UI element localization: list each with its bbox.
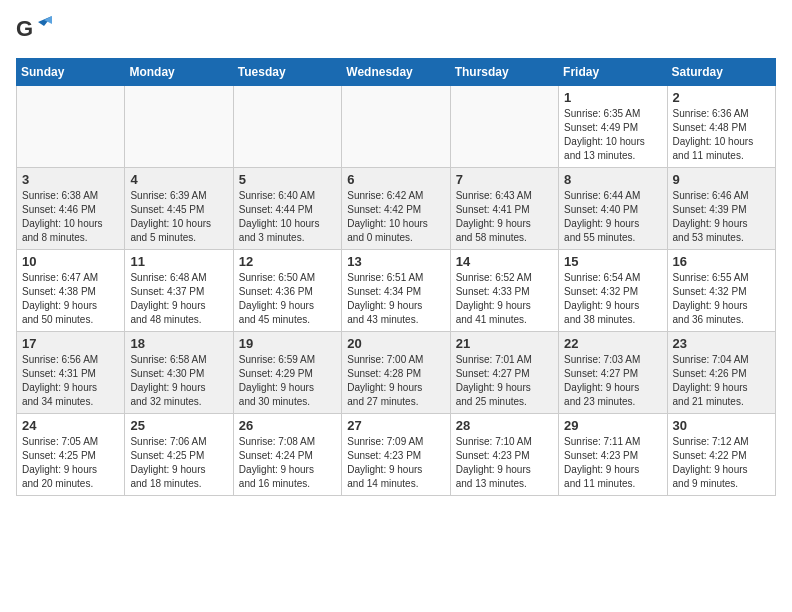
day-number: 27 [347, 418, 444, 433]
day-info: Sunrise: 6:54 AM Sunset: 4:32 PM Dayligh… [564, 271, 661, 327]
day-info: Sunrise: 6:58 AM Sunset: 4:30 PM Dayligh… [130, 353, 227, 409]
day-info: Sunrise: 6:35 AM Sunset: 4:49 PM Dayligh… [564, 107, 661, 163]
day-number: 14 [456, 254, 553, 269]
day-info: Sunrise: 7:06 AM Sunset: 4:25 PM Dayligh… [130, 435, 227, 491]
calendar-day [342, 86, 450, 168]
day-info: Sunrise: 6:44 AM Sunset: 4:40 PM Dayligh… [564, 189, 661, 245]
day-number: 17 [22, 336, 119, 351]
day-number: 24 [22, 418, 119, 433]
day-number: 4 [130, 172, 227, 187]
day-info: Sunrise: 6:52 AM Sunset: 4:33 PM Dayligh… [456, 271, 553, 327]
calendar-day [450, 86, 558, 168]
col-header-saturday: Saturday [667, 59, 775, 86]
day-number: 20 [347, 336, 444, 351]
calendar-week-2: 3Sunrise: 6:38 AM Sunset: 4:46 PM Daylig… [17, 168, 776, 250]
day-number: 25 [130, 418, 227, 433]
logo: G [16, 16, 56, 46]
calendar-day: 4Sunrise: 6:39 AM Sunset: 4:45 PM Daylig… [125, 168, 233, 250]
calendar-day: 14Sunrise: 6:52 AM Sunset: 4:33 PM Dayli… [450, 250, 558, 332]
day-info: Sunrise: 7:12 AM Sunset: 4:22 PM Dayligh… [673, 435, 770, 491]
logo-icon: G [16, 16, 52, 46]
day-info: Sunrise: 7:11 AM Sunset: 4:23 PM Dayligh… [564, 435, 661, 491]
calendar-week-3: 10Sunrise: 6:47 AM Sunset: 4:38 PM Dayli… [17, 250, 776, 332]
day-info: Sunrise: 7:01 AM Sunset: 4:27 PM Dayligh… [456, 353, 553, 409]
calendar-day: 20Sunrise: 7:00 AM Sunset: 4:28 PM Dayli… [342, 332, 450, 414]
calendar-day: 23Sunrise: 7:04 AM Sunset: 4:26 PM Dayli… [667, 332, 775, 414]
day-info: Sunrise: 6:50 AM Sunset: 4:36 PM Dayligh… [239, 271, 336, 327]
day-number: 15 [564, 254, 661, 269]
calendar-day: 16Sunrise: 6:55 AM Sunset: 4:32 PM Dayli… [667, 250, 775, 332]
day-number: 30 [673, 418, 770, 433]
calendar-day: 19Sunrise: 6:59 AM Sunset: 4:29 PM Dayli… [233, 332, 341, 414]
calendar-day [17, 86, 125, 168]
day-info: Sunrise: 6:38 AM Sunset: 4:46 PM Dayligh… [22, 189, 119, 245]
day-info: Sunrise: 7:09 AM Sunset: 4:23 PM Dayligh… [347, 435, 444, 491]
calendar-day [233, 86, 341, 168]
calendar-day: 21Sunrise: 7:01 AM Sunset: 4:27 PM Dayli… [450, 332, 558, 414]
calendar-day: 11Sunrise: 6:48 AM Sunset: 4:37 PM Dayli… [125, 250, 233, 332]
calendar-day: 15Sunrise: 6:54 AM Sunset: 4:32 PM Dayli… [559, 250, 667, 332]
calendar-day: 28Sunrise: 7:10 AM Sunset: 4:23 PM Dayli… [450, 414, 558, 496]
day-number: 13 [347, 254, 444, 269]
calendar-day: 9Sunrise: 6:46 AM Sunset: 4:39 PM Daylig… [667, 168, 775, 250]
day-info: Sunrise: 6:40 AM Sunset: 4:44 PM Dayligh… [239, 189, 336, 245]
day-number: 8 [564, 172, 661, 187]
calendar-day: 22Sunrise: 7:03 AM Sunset: 4:27 PM Dayli… [559, 332, 667, 414]
calendar-header-row: SundayMondayTuesdayWednesdayThursdayFrid… [17, 59, 776, 86]
day-info: Sunrise: 6:51 AM Sunset: 4:34 PM Dayligh… [347, 271, 444, 327]
calendar-day: 29Sunrise: 7:11 AM Sunset: 4:23 PM Dayli… [559, 414, 667, 496]
calendar-day: 27Sunrise: 7:09 AM Sunset: 4:23 PM Dayli… [342, 414, 450, 496]
day-info: Sunrise: 7:05 AM Sunset: 4:25 PM Dayligh… [22, 435, 119, 491]
day-number: 12 [239, 254, 336, 269]
day-info: Sunrise: 6:48 AM Sunset: 4:37 PM Dayligh… [130, 271, 227, 327]
page-header: G [16, 16, 776, 46]
day-number: 7 [456, 172, 553, 187]
calendar-day: 8Sunrise: 6:44 AM Sunset: 4:40 PM Daylig… [559, 168, 667, 250]
col-header-tuesday: Tuesday [233, 59, 341, 86]
calendar-week-4: 17Sunrise: 6:56 AM Sunset: 4:31 PM Dayli… [17, 332, 776, 414]
day-number: 29 [564, 418, 661, 433]
day-number: 3 [22, 172, 119, 187]
day-number: 26 [239, 418, 336, 433]
day-number: 28 [456, 418, 553, 433]
calendar-day: 24Sunrise: 7:05 AM Sunset: 4:25 PM Dayli… [17, 414, 125, 496]
day-info: Sunrise: 7:00 AM Sunset: 4:28 PM Dayligh… [347, 353, 444, 409]
calendar-day: 7Sunrise: 6:43 AM Sunset: 4:41 PM Daylig… [450, 168, 558, 250]
day-number: 21 [456, 336, 553, 351]
col-header-monday: Monday [125, 59, 233, 86]
calendar-day: 17Sunrise: 6:56 AM Sunset: 4:31 PM Dayli… [17, 332, 125, 414]
col-header-friday: Friday [559, 59, 667, 86]
calendar-day: 18Sunrise: 6:58 AM Sunset: 4:30 PM Dayli… [125, 332, 233, 414]
calendar-day: 5Sunrise: 6:40 AM Sunset: 4:44 PM Daylig… [233, 168, 341, 250]
svg-text:G: G [16, 16, 33, 41]
col-header-wednesday: Wednesday [342, 59, 450, 86]
calendar-day: 2Sunrise: 6:36 AM Sunset: 4:48 PM Daylig… [667, 86, 775, 168]
day-number: 1 [564, 90, 661, 105]
day-info: Sunrise: 6:46 AM Sunset: 4:39 PM Dayligh… [673, 189, 770, 245]
day-number: 9 [673, 172, 770, 187]
day-info: Sunrise: 6:42 AM Sunset: 4:42 PM Dayligh… [347, 189, 444, 245]
day-info: Sunrise: 6:47 AM Sunset: 4:38 PM Dayligh… [22, 271, 119, 327]
calendar-day [125, 86, 233, 168]
calendar-week-5: 24Sunrise: 7:05 AM Sunset: 4:25 PM Dayli… [17, 414, 776, 496]
day-info: Sunrise: 7:08 AM Sunset: 4:24 PM Dayligh… [239, 435, 336, 491]
day-number: 10 [22, 254, 119, 269]
day-info: Sunrise: 6:36 AM Sunset: 4:48 PM Dayligh… [673, 107, 770, 163]
day-number: 18 [130, 336, 227, 351]
calendar-day: 13Sunrise: 6:51 AM Sunset: 4:34 PM Dayli… [342, 250, 450, 332]
day-info: Sunrise: 7:10 AM Sunset: 4:23 PM Dayligh… [456, 435, 553, 491]
day-number: 11 [130, 254, 227, 269]
day-info: Sunrise: 7:03 AM Sunset: 4:27 PM Dayligh… [564, 353, 661, 409]
day-info: Sunrise: 6:59 AM Sunset: 4:29 PM Dayligh… [239, 353, 336, 409]
day-number: 23 [673, 336, 770, 351]
day-info: Sunrise: 6:56 AM Sunset: 4:31 PM Dayligh… [22, 353, 119, 409]
calendar-day: 3Sunrise: 6:38 AM Sunset: 4:46 PM Daylig… [17, 168, 125, 250]
col-header-thursday: Thursday [450, 59, 558, 86]
day-number: 2 [673, 90, 770, 105]
calendar-day: 30Sunrise: 7:12 AM Sunset: 4:22 PM Dayli… [667, 414, 775, 496]
day-number: 5 [239, 172, 336, 187]
calendar-day: 6Sunrise: 6:42 AM Sunset: 4:42 PM Daylig… [342, 168, 450, 250]
day-info: Sunrise: 6:39 AM Sunset: 4:45 PM Dayligh… [130, 189, 227, 245]
day-number: 22 [564, 336, 661, 351]
day-info: Sunrise: 7:04 AM Sunset: 4:26 PM Dayligh… [673, 353, 770, 409]
